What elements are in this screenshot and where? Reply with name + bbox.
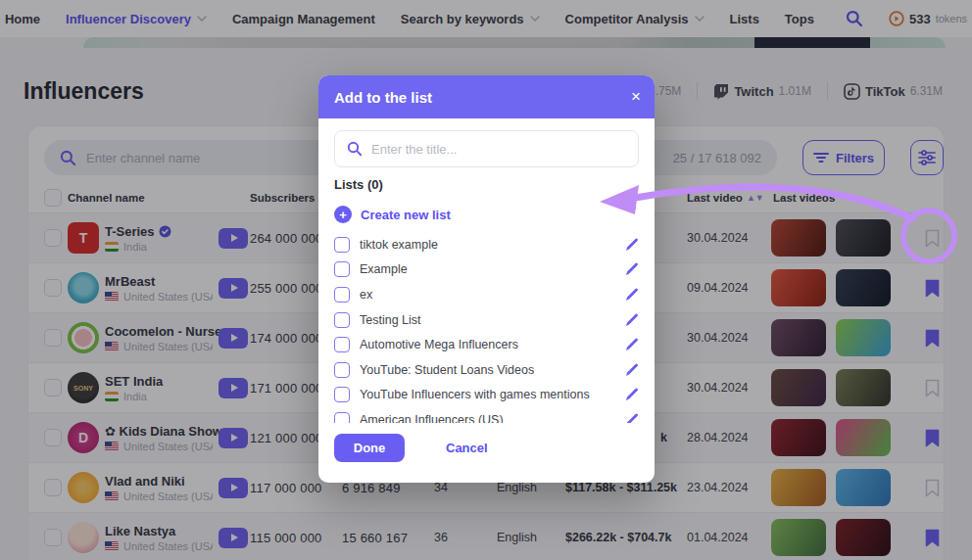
- list-item-label: Testing List: [360, 313, 625, 327]
- edit-list-button[interactable]: [625, 262, 639, 276]
- list-title-search-input[interactable]: Enter the title...: [334, 130, 639, 167]
- create-new-list-label: Create new list: [361, 208, 451, 222]
- list-item-checkbox[interactable]: [334, 337, 350, 352]
- edit-list-button[interactable]: [625, 388, 639, 401]
- list-item-label: American Influencers (US): [360, 413, 625, 423]
- edit-pencil-icon: [625, 238, 639, 252]
- list-item[interactable]: tiktok example: [334, 232, 645, 257]
- list-item-label: YouTube: Student Loans Videos: [360, 363, 625, 377]
- edit-list-button[interactable]: [625, 338, 639, 351]
- plus-icon: +: [334, 206, 352, 223]
- list-item[interactable]: ex: [334, 282, 645, 307]
- done-button[interactable]: Done: [334, 434, 405, 462]
- list-item-label: YouTube Influencers with games mentions: [360, 388, 625, 401]
- list-title-search-placeholder: Enter the title...: [371, 142, 457, 157]
- edit-list-button[interactable]: [625, 363, 639, 377]
- close-icon[interactable]: ×: [631, 75, 641, 118]
- create-new-list-button[interactable]: + Create new list: [334, 203, 451, 226]
- search-icon: [347, 141, 363, 157]
- list-item-label: Automotive Mega Influencers: [360, 338, 625, 351]
- modal-header: Add to the list ×: [318, 75, 655, 118]
- list-item-checkbox[interactable]: [334, 261, 350, 277]
- cancel-button[interactable]: Cancel: [446, 441, 488, 455]
- list-item[interactable]: YouTube: Student Loans Videos: [334, 357, 645, 383]
- list-item[interactable]: Automotive Mega Influencers: [334, 332, 645, 357]
- list-item[interactable]: American Influencers (US): [334, 407, 645, 423]
- edit-list-button[interactable]: [625, 288, 639, 302]
- list-item[interactable]: Example: [334, 257, 645, 283]
- add-to-list-modal: Add to the list × Enter the title... Lis…: [318, 75, 655, 483]
- edit-pencil-icon: [625, 413, 639, 423]
- list-item[interactable]: YouTube Influencers with games mentions: [334, 383, 645, 408]
- edit-pencil-icon: [625, 338, 639, 351]
- lists-scroll-area[interactable]: tiktok exampleExampleexTesting ListAutom…: [334, 232, 645, 423]
- edit-pencil-icon: [625, 288, 639, 302]
- list-item-checkbox[interactable]: [334, 387, 350, 402]
- list-item-checkbox[interactable]: [334, 287, 350, 303]
- edit-list-button[interactable]: [625, 238, 639, 252]
- edit-pencil-icon: [625, 262, 639, 276]
- lists-count-label: Lists (0): [334, 177, 383, 192]
- list-item-checkbox[interactable]: [334, 412, 350, 423]
- list-item[interactable]: Testing List: [334, 307, 645, 333]
- edit-list-button[interactable]: [625, 413, 639, 423]
- list-item-label: ex: [360, 288, 625, 302]
- list-item-checkbox[interactable]: [334, 312, 350, 328]
- list-item-checkbox[interactable]: [334, 237, 350, 253]
- edit-pencil-icon: [625, 363, 639, 377]
- modal-title: Add to the list: [334, 89, 432, 106]
- edit-pencil-icon: [625, 313, 639, 327]
- modal-footer: Done Cancel: [334, 434, 488, 462]
- list-item-checkbox[interactable]: [334, 362, 350, 378]
- edit-pencil-icon: [625, 388, 639, 401]
- edit-list-button[interactable]: [625, 313, 639, 327]
- list-item-label: Example: [360, 262, 625, 276]
- list-item-label: tiktok example: [360, 238, 625, 252]
